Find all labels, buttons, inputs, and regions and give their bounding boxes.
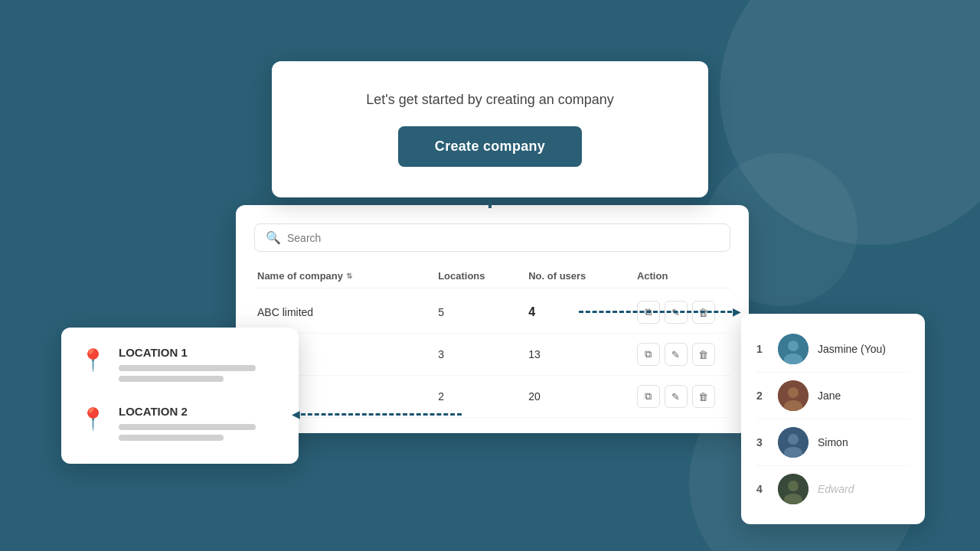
company-table-card: 🔍 Name of company ⇅ Locations No. of use… [236,205,749,433]
location-info-2: LOCATION 2 [119,405,280,445]
main-card-subtitle: Let's get started by creating an company [318,92,662,108]
dashed-arrow-right [579,311,732,313]
avatar [778,427,808,458]
svg-point-7 [788,434,799,445]
location-item-2: 📍 LOCATION 2 [80,405,280,445]
user-number: 2 [756,390,769,402]
user-row-3: 3 Simon [756,419,910,466]
company-name: ABC limited [257,306,438,318]
user-row-1: 1 Jasmine (You) [756,326,910,373]
edit-button[interactable]: ✎ [665,385,688,408]
user-number: 4 [756,483,769,495]
action-icons: ⧉ ✎ 🗑 [637,343,727,366]
user-name: Jasmine (You) [818,343,886,355]
avatar-image [778,380,808,411]
locations-count: 5 [438,306,528,318]
location-bar-medium [119,435,224,441]
user-name: Edward [818,483,854,495]
locations-count: 2 [438,390,528,403]
avatar [778,380,808,411]
edit-button[interactable]: ✎ [665,343,688,366]
create-company-card: Let's get started by creating an company… [272,61,708,197]
column-users: No. of users [528,270,637,282]
user-row-4: 4 Edward [756,466,910,512]
location-title-1: LOCATION 1 [119,346,280,359]
location-card: 📍 LOCATION 1 📍 LOCATION 2 [61,328,299,464]
location-bar-long [119,365,256,371]
user-number: 1 [756,343,769,355]
avatar-image [778,427,808,458]
location-bar-long [119,424,256,430]
location-item-1: 📍 LOCATION 1 [80,346,280,386]
copy-button[interactable]: ⧉ [637,343,660,366]
users-card: 1 Jasmine (You) 2 Jane 3 [741,314,925,524]
location-bar-medium [119,376,224,382]
delete-button[interactable]: 🗑 [692,385,715,408]
location-info-1: LOCATION 1 [119,346,280,386]
users-count: 13 [528,348,637,360]
sort-icon: ⇅ [346,272,352,280]
avatar-image [778,334,808,364]
user-row-2: 2 Jane [756,373,910,419]
svg-point-1 [788,341,799,351]
user-number: 3 [756,436,769,448]
location-pin-icon: 📍 [80,406,106,432]
user-name: Simon [818,436,848,448]
copy-button[interactable]: ⧉ [637,385,660,408]
delete-button[interactable]: 🗑 [692,343,715,366]
svg-point-4 [788,387,799,398]
user-name: Jane [818,390,841,402]
column-locations: Locations [438,270,528,282]
search-input[interactable] [287,232,719,244]
locations-count: 3 [438,348,528,360]
create-company-button[interactable]: Create company [398,126,582,167]
avatar [778,474,808,504]
location-pin-icon: 📍 [80,347,106,373]
search-bar: 🔍 [254,223,730,252]
column-action: Action [637,270,727,282]
search-icon: 🔍 [266,230,281,245]
avatar-image [778,474,808,504]
avatar [778,334,808,364]
table-header: Name of company ⇅ Locations No. of users… [254,264,730,289]
column-name: Name of company ⇅ [257,270,438,282]
action-icons: ⧉ ✎ 🗑 [637,385,727,408]
table-row: 2 20 ⧉ ✎ 🗑 [254,376,730,418]
table-row: ...oduct 3 13 ⧉ ✎ 🗑 [254,334,730,376]
users-count: 20 [528,390,637,403]
svg-point-10 [788,481,799,491]
dashed-arrow-left [301,413,462,416]
location-title-2: LOCATION 2 [119,405,280,418]
